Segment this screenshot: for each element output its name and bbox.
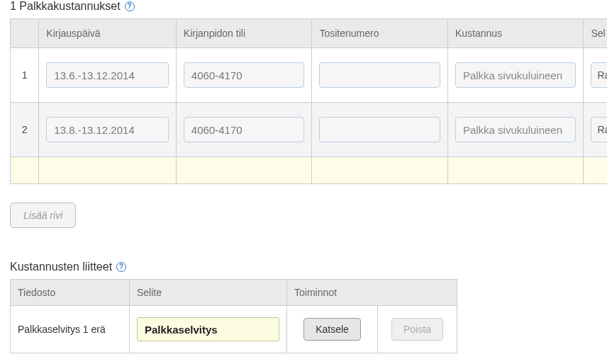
col-header-voucher: Tositenumero [312,19,448,48]
add-row-button[interactable]: Lisää rivi [10,203,76,228]
row-select-button[interactable]: Ra [591,62,607,88]
voucher-input[interactable] [319,62,440,88]
row-number: 1 [18,69,31,81]
table-row: 2 Ra [11,103,608,157]
cost-input[interactable] [455,62,577,88]
section1-title: 1 Palkkakustannukset ? [10,0,607,13]
attachment-desc-input[interactable] [137,317,279,341]
table-row: 1 Ra [11,48,608,103]
view-button[interactable]: Katsele [304,318,361,341]
col-header-account: Kirjanpidon tili [176,19,312,48]
delete-button: Poista [391,318,443,341]
col-header-cost: Kustannus [447,19,584,48]
col-header-file: Tiedosto [11,280,130,306]
attachment-row: Palkkaselvitys 1 erä Katsele Poista [11,306,457,353]
col-header-num [11,19,39,48]
col-header-date: Kirjauspäivä [39,19,177,48]
section1-title-text: 1 Palkkakustannukset [10,0,121,13]
row-number: 2 [18,124,31,135]
cost-table: Kirjauspäivä Kirjanpidon tili Tositenume… [10,18,607,184]
date-input[interactable] [46,117,169,142]
col-header-actions: Toiminnot [287,280,457,306]
attachments-table: Tiedosto Selite Toiminnot Palkkaselvitys… [10,279,457,353]
help-icon[interactable]: ? [125,1,135,11]
table-sum-row [11,157,608,184]
help-icon[interactable]: ? [116,262,126,272]
attachment-filename: Palkkaselvitys 1 erä [18,324,106,335]
section2-title: Kustannusten liitteet ? [10,261,607,273]
row-select-button[interactable]: Ra [591,117,607,142]
account-input[interactable] [184,117,305,142]
col-header-sel: Sel [584,19,607,48]
col-header-desc: Selite [130,280,287,306]
date-input[interactable] [46,62,169,88]
account-input[interactable] [184,62,305,88]
section2-title-text: Kustannusten liitteet [10,261,112,273]
voucher-input[interactable] [319,117,440,142]
cost-input[interactable] [455,117,577,142]
